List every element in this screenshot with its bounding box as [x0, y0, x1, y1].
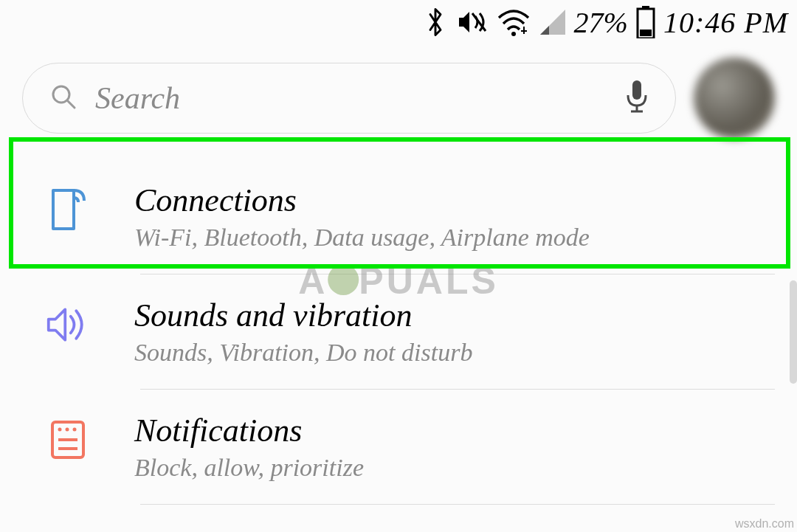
wifi-icon [496, 7, 531, 37]
battery-icon [635, 6, 656, 38]
settings-item-notifications[interactable]: Notifications Block, allow, prioritize [0, 390, 797, 504]
svg-rect-7 [632, 80, 641, 100]
bluetooth-icon [425, 6, 446, 38]
scrollbar[interactable] [790, 280, 797, 384]
settings-item-title: Display [134, 527, 775, 532]
svg-point-11 [58, 428, 62, 432]
notifications-icon [46, 416, 90, 463]
status-clock: 10:46 PM [663, 5, 788, 40]
search-row: Search [0, 44, 797, 159]
settings-list: Connections Wi-Fi, Bluetooth, Data usage… [0, 159, 797, 532]
status-bar: 27% 10:46 PM [0, 0, 797, 44]
settings-item-sounds[interactable]: Sounds and vibration Sounds, Vibration, … [0, 274, 797, 389]
settings-item-subtitle: Wi-Fi, Bluetooth, Data usage, Airplane m… [134, 224, 775, 252]
svg-point-12 [66, 428, 69, 432]
settings-item-title: Notifications [134, 412, 775, 449]
search-input[interactable]: Search [22, 63, 676, 134]
svg-line-6 [67, 100, 75, 108]
mute-vibrate-icon [453, 6, 489, 38]
settings-item-display[interactable]: Display [0, 505, 797, 532]
search-placeholder: Search [95, 80, 607, 116]
connections-icon [46, 186, 90, 233]
settings-item-connections[interactable]: Connections Wi-Fi, Bluetooth, Data usage… [0, 159, 797, 274]
profile-avatar[interactable] [694, 58, 775, 139]
settings-item-title: Sounds and vibration [134, 297, 775, 334]
settings-item-subtitle: Sounds, Vibration, Do not disturb [134, 339, 775, 367]
cellular-signal-icon [539, 8, 567, 36]
settings-item-title: Connections [134, 182, 775, 219]
microphone-icon[interactable] [625, 79, 649, 117]
settings-item-subtitle: Block, allow, prioritize [134, 454, 775, 482]
attribution-text: wsxdn.com [735, 517, 794, 531]
search-icon [49, 83, 77, 114]
speaker-icon [46, 301, 90, 348]
svg-point-13 [73, 428, 77, 432]
svg-point-1 [511, 32, 516, 36]
svg-rect-4 [640, 30, 652, 36]
battery-percent: 27% [574, 5, 628, 40]
